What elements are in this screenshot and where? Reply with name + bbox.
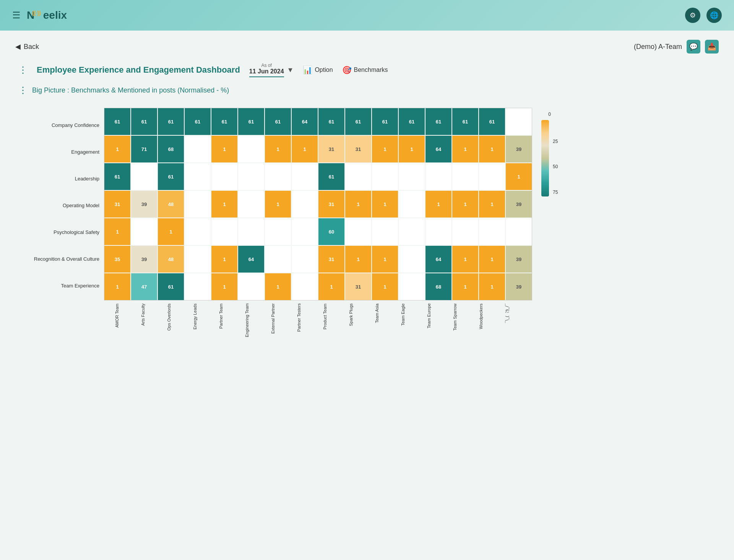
heatmap-cell[interactable]: 64 (238, 246, 264, 273)
date-dropdown-icon[interactable]: ▼ (287, 66, 294, 74)
heatmap-cell[interactable]: 1 (158, 218, 184, 245)
heatmap-cell[interactable]: 61 (372, 108, 398, 135)
back-button[interactable]: ◀ Back (15, 42, 39, 51)
heatmap-cell[interactable]: 64 (292, 108, 318, 135)
heatmap-cell[interactable]: 1 (104, 136, 130, 162)
heatmap-cell[interactable]: 1 (506, 163, 532, 190)
heatmap-cell[interactable]: 1 (372, 273, 398, 300)
heatmap-cell[interactable]: 61 (158, 163, 184, 190)
heatmap-cell[interactable] (292, 218, 318, 245)
heatmap-cell[interactable]: 1 (345, 191, 371, 218)
heatmap-cell[interactable] (185, 136, 211, 162)
heatmap-cell[interactable]: 68 (158, 136, 184, 162)
heatmap-cell[interactable]: 61 (211, 108, 237, 135)
heatmap-cell[interactable]: 61 (104, 163, 130, 190)
heatmap-cell[interactable] (399, 191, 425, 218)
heatmap-cell[interactable]: 61 (158, 273, 184, 300)
heatmap-cell[interactable]: 68 (425, 273, 451, 300)
heatmap-cell[interactable] (265, 163, 291, 190)
heatmap-cell[interactable]: 31 (318, 191, 344, 218)
heatmap-cell[interactable] (185, 218, 211, 245)
heatmap-cell[interactable]: 1 (372, 136, 398, 162)
heatmap-cell[interactable]: 1 (104, 218, 130, 245)
heatmap-cell[interactable] (479, 163, 505, 190)
heatmap-cell[interactable]: 61 (425, 108, 451, 135)
heatmap-cell[interactable] (452, 218, 478, 245)
option-button[interactable]: 📊 Option (303, 65, 333, 75)
heatmap-cell[interactable] (238, 191, 264, 218)
heatmap-cell[interactable]: 1 (425, 191, 451, 218)
heatmap-cell[interactable]: 61 (345, 108, 371, 135)
heatmap-cell[interactable]: 1 (265, 136, 291, 162)
heatmap-cell[interactable]: 1 (372, 191, 398, 218)
heatmap-cell[interactable] (506, 218, 532, 245)
heatmap-cell[interactable]: 1 (479, 273, 505, 300)
globe-icon[interactable]: 🌐 (706, 8, 722, 23)
heatmap-cell[interactable]: 61 (399, 108, 425, 135)
heatmap-cell[interactable] (399, 163, 425, 190)
heatmap-cell[interactable]: 1 (211, 273, 237, 300)
heatmap-cell[interactable] (292, 163, 318, 190)
heatmap-cell[interactable]: 39 (506, 273, 532, 300)
heatmap-cell[interactable]: 71 (131, 136, 157, 162)
heatmap-cell[interactable]: 48 (158, 246, 184, 273)
heatmap-cell[interactable]: 1 (345, 246, 371, 273)
heatmap-cell[interactable] (452, 163, 478, 190)
heatmap-cell[interactable]: 39 (131, 191, 157, 218)
heatmap-cell[interactable] (238, 273, 264, 300)
heatmap-cell[interactable] (372, 163, 398, 190)
heatmap-cell[interactable]: 39 (131, 246, 157, 273)
heatmap-cell[interactable]: 61 (479, 108, 505, 135)
heatmap-cell[interactable]: 1 (211, 191, 237, 218)
heatmap-cell[interactable] (372, 218, 398, 245)
heatmap-cell[interactable] (506, 108, 532, 135)
heatmap-cell[interactable] (131, 218, 157, 245)
heatmap-cell[interactable]: 1 (452, 246, 478, 273)
heatmap-cell[interactable]: 1 (479, 246, 505, 273)
heatmap-cell[interactable] (265, 246, 291, 273)
heatmap-cell[interactable] (238, 218, 264, 245)
heatmap-cell[interactable]: 1 (211, 246, 237, 273)
heatmap-cell[interactable] (185, 191, 211, 218)
heatmap-cell[interactable] (399, 246, 425, 273)
heatmap-cell[interactable] (479, 218, 505, 245)
sub-options-dots[interactable]: ⋮ (18, 85, 28, 96)
heatmap-cell[interactable]: 39 (506, 136, 532, 162)
options-dots[interactable]: ⋮ (18, 65, 28, 75)
heatmap-cell[interactable] (185, 246, 211, 273)
date-picker-inner[interactable]: As of 11 Jun 2024 (249, 63, 284, 77)
heatmap-cell[interactable]: 1 (452, 191, 478, 218)
heatmap-cell[interactable]: 47 (131, 273, 157, 300)
heatmap-cell[interactable] (211, 218, 237, 245)
benchmarks-button[interactable]: 🎯 Benchmarks (342, 65, 388, 75)
heatmap-cell[interactable]: 1 (318, 273, 344, 300)
heatmap-cell[interactable] (238, 163, 264, 190)
heatmap-cell[interactable] (185, 163, 211, 190)
heatmap-cell[interactable]: 48 (158, 191, 184, 218)
heatmap-cell[interactable]: 1 (292, 136, 318, 162)
heatmap-cell[interactable]: 61 (131, 108, 157, 135)
heatmap-cell[interactable]: 1 (265, 273, 291, 300)
heatmap-cell[interactable]: 31 (318, 136, 344, 162)
heatmap-cell[interactable]: 35 (104, 246, 130, 273)
heatmap-cell[interactable]: 1 (452, 136, 478, 162)
download-icon[interactable]: 📥 (705, 40, 719, 54)
heatmap-cell[interactable] (345, 163, 371, 190)
heatmap-cell[interactable]: 39 (506, 246, 532, 273)
heatmap-cell[interactable] (131, 163, 157, 190)
heatmap-cell[interactable] (425, 218, 451, 245)
heatmap-cell[interactable]: 1 (399, 136, 425, 162)
heatmap-cell[interactable]: 64 (425, 246, 451, 273)
date-picker[interactable]: As of 11 Jun 2024 ▼ (249, 63, 294, 77)
heatmap-cell[interactable]: 31 (345, 273, 371, 300)
hamburger-icon[interactable]: ☰ (12, 10, 21, 21)
heatmap-cell[interactable]: 1 (104, 273, 130, 300)
heatmap-cell[interactable] (399, 273, 425, 300)
heatmap-cell[interactable]: 1 (211, 136, 237, 162)
heatmap-cell[interactable] (399, 218, 425, 245)
heatmap-cell[interactable]: 61 (238, 108, 264, 135)
heatmap-cell[interactable]: 1 (372, 246, 398, 273)
heatmap-cell[interactable]: 61 (185, 108, 211, 135)
heatmap-cell[interactable]: 31 (345, 136, 371, 162)
heatmap-cell[interactable]: 60 (318, 218, 344, 245)
